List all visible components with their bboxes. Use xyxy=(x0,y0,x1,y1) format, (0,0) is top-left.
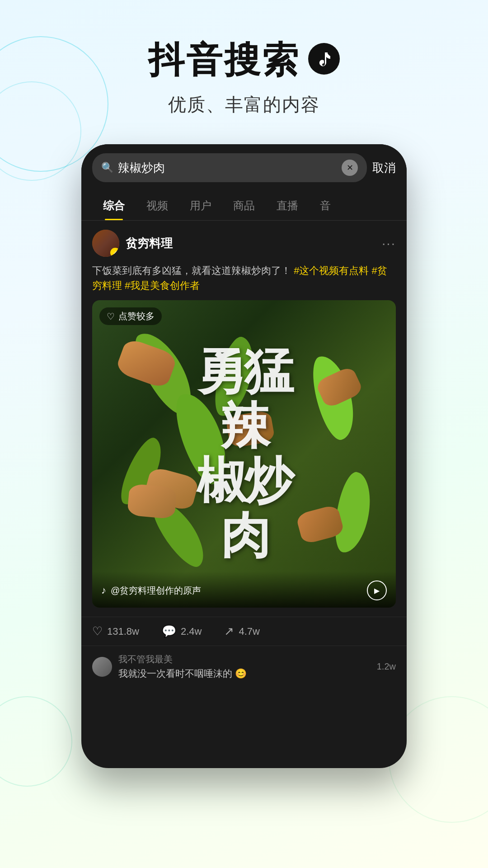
title-text: 抖音搜索 xyxy=(148,36,300,85)
engagement-bar: ♡ 131.8w 💬 2.4w ↗ 4.7w xyxy=(81,617,407,646)
tab-video[interactable]: 视频 xyxy=(136,191,179,220)
search-icon: 🔍 xyxy=(101,162,113,174)
search-input-area[interactable]: 🔍 辣椒炒肉 ✕ xyxy=(92,153,367,182)
comment-text: 我就没一次看时不咽唾沫的 😊 xyxy=(118,667,371,680)
video-title-text: 勇猛辣椒炒肉 xyxy=(197,344,291,563)
douyin-logo-icon xyxy=(308,43,340,75)
search-bar: 🔍 辣椒炒肉 ✕ 取消 xyxy=(81,144,407,191)
comment-like-count: 1.2w xyxy=(377,661,396,672)
verified-badge: ✓ xyxy=(110,248,119,257)
comment-icon: 💬 xyxy=(162,624,176,638)
tab-audio[interactable]: 音 xyxy=(309,191,342,220)
tab-product[interactable]: 商品 xyxy=(222,191,266,220)
tab-comprehensive[interactable]: 综合 xyxy=(92,191,136,220)
more-options-icon[interactable]: ··· xyxy=(382,236,396,251)
nav-tabs: 综合 视频 用户 商品 直播 音 xyxy=(81,191,407,221)
page-subtitle: 优质、丰富的内容 xyxy=(0,92,488,117)
avatar: ✓ xyxy=(92,230,119,257)
commenter-avatar xyxy=(92,657,112,677)
video-bottom-bar: ♪ @贫穷料理创作的原声 ▶ xyxy=(92,571,396,608)
share-count[interactable]: ↗ 4.7w xyxy=(224,624,259,638)
share-count-text: 4.7w xyxy=(239,626,259,637)
search-query: 辣椒炒肉 xyxy=(118,160,337,176)
post-header: ✓ 贫穷料理 ··· xyxy=(92,230,396,257)
phone-mockup: 🔍 辣椒炒肉 ✕ 取消 综合 视频 用户 商品 直播 音 xyxy=(0,144,488,768)
search-clear-button[interactable]: ✕ xyxy=(342,160,358,176)
share-icon: ↗ xyxy=(224,624,234,638)
play-button[interactable]: ▶ xyxy=(367,580,387,600)
comment-preview: 我不管我最美 我就没一次看时不咽唾沫的 😊 1.2w xyxy=(81,646,407,687)
douyin-icon: ♪ xyxy=(101,585,106,596)
tab-user[interactable]: 用户 xyxy=(179,191,222,220)
phone-screen: 🔍 辣椒炒肉 ✕ 取消 综合 视频 用户 商品 直播 音 xyxy=(81,144,407,768)
page-title: 抖音搜索 xyxy=(0,36,488,85)
video-source-text: @贫穷料理创作的原声 xyxy=(111,585,201,597)
comment-count-text: 2.4w xyxy=(181,626,202,637)
video-source: ♪ @贫穷料理创作的原声 xyxy=(101,585,201,597)
search-cancel-button[interactable]: 取消 xyxy=(372,160,396,176)
header: 抖音搜索 优质、丰富的内容 xyxy=(0,0,488,135)
user-info: ✓ 贫穷料理 xyxy=(92,230,173,257)
tab-live[interactable]: 直播 xyxy=(266,191,309,220)
heart-icon: ♡ xyxy=(92,624,103,638)
comment-count[interactable]: 💬 2.4w xyxy=(162,624,202,638)
comment-text-area: 我不管我最美 我就没一次看时不咽唾沫的 😊 xyxy=(118,653,371,680)
like-count-text: 131.8w xyxy=(107,626,139,637)
post-description: 下饭菜到底有多凶猛，就看这道辣椒炒肉了！ #这个视频有点料 #贫穷料理 #我是美… xyxy=(92,263,396,293)
username: 贫穷料理 xyxy=(126,236,173,251)
video-text-overlay: 勇猛辣椒炒肉 xyxy=(92,300,396,608)
video-thumbnail[interactable]: ♡ 点赞较多 勇猛辣椒炒肉 ♪ @贫穷料理创作的原声 ▶ xyxy=(92,300,396,608)
like-count[interactable]: ♡ 131.8w xyxy=(92,624,139,638)
content-area: ✓ 贫穷料理 ··· 下饭菜到底有多凶猛，就看这道辣椒炒肉了！ #这个视频有点料… xyxy=(81,221,407,617)
commenter-name: 我不管我最美 xyxy=(118,653,371,665)
